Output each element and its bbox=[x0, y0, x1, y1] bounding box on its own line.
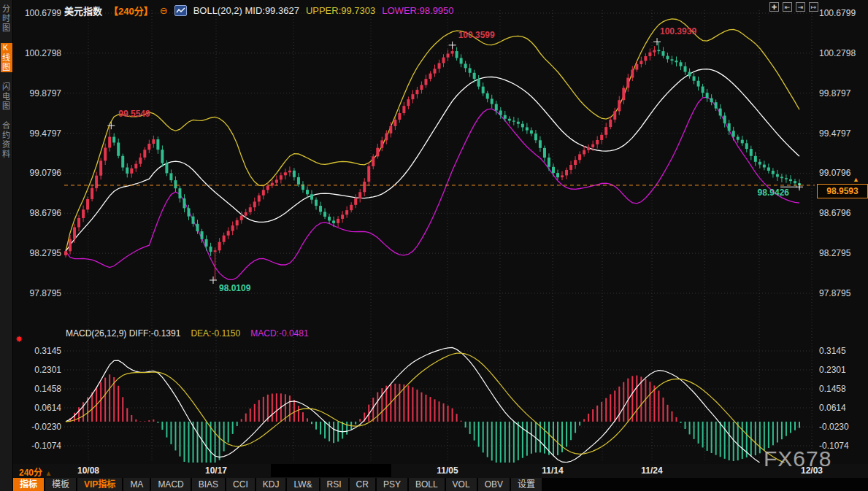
boll-mid-value: BOLL(20,2) MID:99.3627 bbox=[193, 5, 299, 16]
boll-lower-value: LOWER:98.9950 bbox=[382, 5, 453, 16]
toolbar-button-设置[interactable]: 设置 bbox=[511, 478, 542, 491]
sidebar-item-time-chart[interactable]: 分时图 bbox=[1, 4, 12, 33]
current-price-badge: 98.9593 bbox=[817, 184, 868, 198]
toolbar-button-MACD[interactable]: MACD bbox=[151, 478, 190, 491]
svg-text:99.4797: 99.4797 bbox=[819, 128, 851, 139]
x-axis-date-label: 10/17 bbox=[205, 465, 227, 476]
svg-text:100.2798: 100.2798 bbox=[25, 48, 61, 58]
interval-arrow-icon: ▲ bbox=[45, 469, 52, 477]
svg-text:99.8797: 99.8797 bbox=[819, 88, 851, 98]
svg-text:97.8795: 97.8795 bbox=[819, 288, 851, 298]
svg-text:99.4797: 99.4797 bbox=[30, 128, 62, 139]
x-axis-row: 240分 ▲ 10/0810/1711/0511/1411/2412/03 bbox=[13, 464, 868, 478]
grid-lines bbox=[64, 10, 815, 461]
price-up-arrow-icon: ▲ bbox=[853, 176, 859, 183]
price-markers: 99.554998.0109100.3599100.393998.9426 bbox=[107, 26, 803, 293]
compare-circle-icon[interactable]: ⊖ bbox=[160, 5, 168, 16]
macd-macd-value: MACD:-0.0481 bbox=[250, 328, 308, 339]
macd-diff-value: MACD(26,12,9) DIFF:-0.1391 bbox=[66, 328, 180, 339]
svg-text:98.2795: 98.2795 bbox=[30, 248, 62, 258]
svg-text:0.1458: 0.1458 bbox=[34, 384, 61, 394]
svg-text:0.0614: 0.0614 bbox=[819, 403, 846, 413]
svg-text:99.8797: 99.8797 bbox=[30, 88, 62, 98]
chart-controls: ✚⇤⇥↦ bbox=[769, 2, 818, 12]
toolbar-button-PSY[interactable]: PSY bbox=[377, 478, 407, 491]
toolbar-button-CCI[interactable]: CCI bbox=[226, 478, 255, 491]
toolbar-button-KDJ[interactable]: KDJ bbox=[256, 478, 286, 491]
x-axis-date-label: 11/05 bbox=[437, 465, 458, 476]
sidebar-item-lightning-chart[interactable]: 闪电图 bbox=[1, 82, 12, 111]
expand-x-icon[interactable]: ⇥ bbox=[796, 2, 805, 12]
price-marker-label: 98.0109 bbox=[219, 283, 251, 293]
symbol-title: 美元指数 bbox=[64, 4, 102, 18]
toolbar-button-CR[interactable]: CR bbox=[350, 478, 375, 491]
interval-label[interactable]: 【240分】 bbox=[109, 4, 153, 18]
interval-selector[interactable]: 240分 ▲ bbox=[19, 465, 52, 478]
price-marker-label: 99.5549 bbox=[118, 109, 150, 119]
x-axis-date-label: 11/24 bbox=[641, 465, 662, 476]
macd-dea-value: DEA:-0.1150 bbox=[191, 328, 240, 339]
chart-canvas[interactable]: 100.6799100.6799100.2798100.279899.87979… bbox=[0, 0, 868, 491]
sidebar-item-kline-chart[interactable]: K线图 bbox=[1, 43, 12, 72]
toolbar-button-VIP指标[interactable]: VIP指标 bbox=[77, 478, 122, 491]
bollinger-bands bbox=[66, 19, 799, 279]
toolbar-button-LW&[interactable]: LW& bbox=[287, 478, 318, 491]
toolbar-button-MA[interactable]: MA bbox=[123, 478, 150, 491]
svg-text:0.1458: 0.1458 bbox=[819, 384, 846, 394]
boll-upper-value: UPPER:99.7303 bbox=[306, 5, 375, 16]
shift-right-icon[interactable]: ↦ bbox=[809, 2, 818, 12]
svg-text:0.3145: 0.3145 bbox=[34, 346, 61, 356]
macd-header: MACD(26,12,9) DIFF:-0.1391 DEA:-0.1150 M… bbox=[66, 328, 309, 339]
title-bar: 美元指数 【240分】 ⊖ BOLL(20,2) MID:99.3627 UPP… bbox=[64, 4, 454, 16]
toolbar-button-指标[interactable]: 指标 bbox=[13, 478, 44, 491]
sidebar-item-contract-info[interactable]: 合约资料 bbox=[1, 121, 12, 159]
svg-text:100.2798: 100.2798 bbox=[819, 48, 856, 58]
toolbar-button-模板[interactable]: 模板 bbox=[45, 478, 76, 491]
toolbar-button-OBV[interactable]: OBV bbox=[478, 478, 510, 491]
svg-text:0.2301: 0.2301 bbox=[34, 365, 61, 375]
toolbar-button-VOL[interactable]: VOL bbox=[446, 478, 477, 491]
svg-text:0.2301: 0.2301 bbox=[819, 365, 846, 375]
trading-app: 100.6799100.6799100.2798100.279899.87979… bbox=[0, 0, 868, 491]
price-marker-label: 100.3599 bbox=[458, 30, 495, 40]
sidebar: 分时图 K线图 闪电图 合约资料 bbox=[0, 0, 13, 491]
x-axis-date-label: 10/08 bbox=[77, 465, 99, 476]
indicator-toolbar: 指标模板VIP指标MAMACDBIASCCIKDJLW&RSICRPSYBOLL… bbox=[13, 478, 868, 491]
toolbar-button-RSI[interactable]: RSI bbox=[320, 478, 348, 491]
svg-text:98.2795: 98.2795 bbox=[819, 248, 851, 258]
redacted-region bbox=[271, 464, 391, 477]
svg-text:97.8795: 97.8795 bbox=[30, 288, 62, 298]
price-marker-label: 98.9426 bbox=[758, 187, 790, 198]
svg-text:100.6799: 100.6799 bbox=[25, 8, 61, 18]
svg-text:98.6796: 98.6796 bbox=[30, 208, 62, 218]
toolbar-button-BOLL[interactable]: BOLL bbox=[409, 478, 445, 491]
svg-text:100.6799: 100.6799 bbox=[819, 8, 856, 18]
pan-icon[interactable]: ✚ bbox=[769, 2, 779, 12]
macd-lines bbox=[66, 347, 799, 471]
indicator-burst-icon[interactable]: ✸ bbox=[15, 334, 23, 344]
svg-text:-0.0230: -0.0230 bbox=[31, 422, 61, 432]
toolbar-button-BIAS[interactable]: BIAS bbox=[192, 478, 225, 491]
indicator-chart-icon[interactable] bbox=[174, 5, 187, 16]
axis-tick-labels: 100.6799100.6799100.2798100.279899.87979… bbox=[25, 8, 856, 451]
svg-text:0.0614: 0.0614 bbox=[34, 403, 61, 413]
svg-text:-0.1074: -0.1074 bbox=[31, 441, 61, 451]
svg-text:99.0796: 99.0796 bbox=[819, 168, 851, 178]
svg-text:98.6796: 98.6796 bbox=[819, 208, 851, 218]
compress-x-icon[interactable]: ⇤ bbox=[783, 2, 792, 12]
svg-text:-0.0230: -0.0230 bbox=[819, 422, 849, 432]
svg-text:0.3145: 0.3145 bbox=[819, 346, 846, 356]
svg-text:99.0796: 99.0796 bbox=[30, 168, 62, 178]
x-axis-date-label: 11/14 bbox=[542, 465, 563, 476]
fx678-watermark: FX678 bbox=[764, 446, 831, 471]
price-marker-label: 100.3939 bbox=[660, 26, 696, 36]
